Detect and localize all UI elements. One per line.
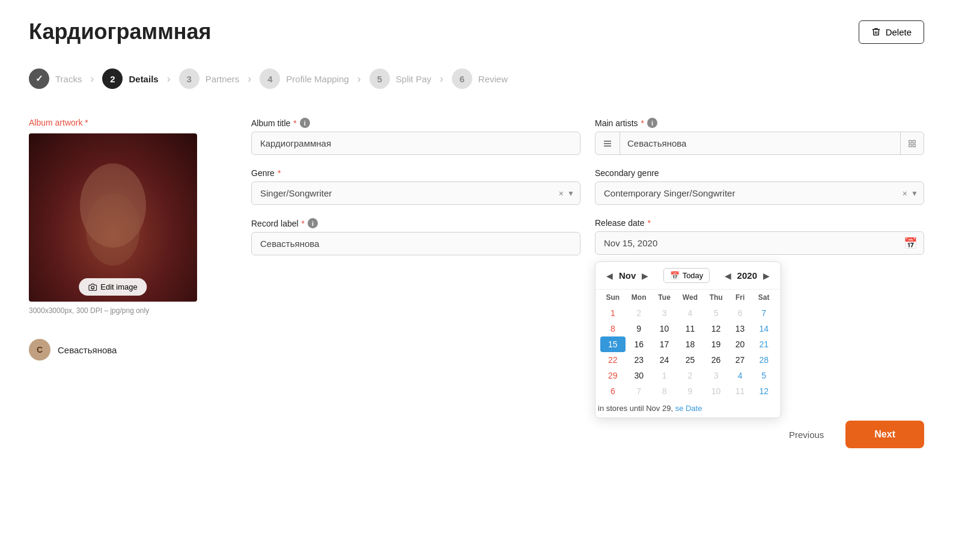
album-title-group: Album title * i [251,118,580,155]
record-label-label: Record label * i [251,218,580,228]
cal-day-5-2[interactable]: 8 [653,383,677,399]
record-label-info-icon[interactable]: i [308,218,318,228]
release-date-wrapper: 📅 ◀ Nov ▶ 📅 [595,231,924,255]
cal-day-1-4[interactable]: 12 [704,321,728,336]
step-tracks[interactable]: ✓ Tracks [29,68,82,89]
month-nav-group: ◀ Nov ▶ [603,269,652,282]
cal-day-2-5[interactable]: 20 [728,336,752,352]
step-split-pay[interactable]: 5 Split Pay [370,68,431,89]
step-arrow-3: › [248,73,251,85]
cal-day-5-5[interactable]: 11 [728,383,752,399]
cal-day-0-4[interactable]: 5 [704,305,728,321]
album-title-info-icon[interactable]: i [300,118,310,128]
cal-day-4-1[interactable]: 30 [626,368,653,383]
cal-day-1-3[interactable]: 11 [676,321,704,336]
main-artists-label: Main artists * i [595,118,924,128]
cal-day-3-5[interactable]: 27 [728,352,752,368]
page-header: Кардиограммная Delete [29,19,924,44]
genre-clear-icon[interactable]: × [559,189,564,198]
cal-day-2-0[interactable]: 15 [600,336,626,352]
cal-header-fri: Fri [728,290,752,305]
secondary-genre-select[interactable]: Contemporary Singer/Songwriter [595,181,924,205]
edit-image-button[interactable]: Edit image [79,278,147,296]
cal-day-1-6[interactable]: 14 [752,321,776,336]
cal-header-sat: Sat [752,290,776,305]
artwork-info: 3000x3000px, 300 DPI – jpg/png only [29,306,227,315]
prev-year-button[interactable]: ◀ [721,269,735,282]
cal-day-0-6[interactable]: 7 [752,305,776,321]
step-details[interactable]: 2 Details [102,68,158,89]
cal-day-1-0[interactable]: 8 [600,321,626,336]
cal-day-1-2[interactable]: 10 [653,321,677,336]
album-title-input[interactable] [251,132,580,155]
cal-day-3-2[interactable]: 24 [653,352,677,368]
date-input-wrapper: 📅 [595,231,924,255]
cal-day-3-1[interactable]: 23 [626,352,653,368]
cal-day-5-0[interactable]: 6 [600,383,626,399]
cal-day-5-3[interactable]: 9 [676,383,704,399]
step-review[interactable]: 6 Review [452,68,508,89]
store-date-link[interactable]: se Date [675,404,702,413]
cal-day-3-6[interactable]: 28 [752,352,776,368]
main-artists-info-icon[interactable]: i [647,118,657,128]
cal-header-thu: Thu [704,290,728,305]
cal-day-0-0[interactable]: 1 [600,305,626,321]
step-partners[interactable]: 3 Partners [179,68,240,89]
cal-day-4-6[interactable]: 5 [752,368,776,383]
artist-name: Севастьянова [58,345,117,355]
cal-day-4-4[interactable]: 3 [704,368,728,383]
cal-day-2-1[interactable]: 16 [626,336,653,352]
genre-select[interactable]: Singer/Songwriter [251,181,580,205]
artist-row: С Севастьянова [29,339,227,361]
cal-day-0-2[interactable]: 3 [653,305,677,321]
album-title-label: Album title * i [251,118,580,128]
calendar-icon[interactable]: 📅 [904,237,917,250]
cal-day-4-5[interactable]: 4 [728,368,752,383]
bottom-bar: Previous Next [29,409,924,448]
cal-day-5-4[interactable]: 10 [704,383,728,399]
release-date-input[interactable] [595,231,924,255]
previous-button[interactable]: Previous [777,424,836,446]
artist-input-right-icon[interactable] [900,132,924,154]
today-button[interactable]: 📅 Today [663,268,710,283]
prev-month-button[interactable]: ◀ [603,269,617,282]
cal-day-2-4[interactable]: 19 [704,336,728,352]
genre-group: Genre * Singer/Songwriter × ▼ [251,168,580,205]
next-month-button[interactable]: ▶ [638,269,652,282]
cal-day-3-3[interactable]: 25 [676,352,704,368]
cal-day-4-3[interactable]: 2 [676,368,704,383]
main-artists-input[interactable] [620,132,900,154]
cal-day-3-0[interactable]: 22 [600,352,626,368]
cal-day-0-3[interactable]: 4 [676,305,704,321]
release-date-label: Release date * [595,218,924,228]
store-info: in stores until Nov 29, se Date [595,404,781,413]
svg-rect-6 [909,140,912,142]
cal-day-4-2[interactable]: 1 [653,368,677,383]
secondary-genre-clear-icon[interactable]: × [903,189,907,198]
cal-day-4-0[interactable]: 29 [600,368,626,383]
cal-day-0-1[interactable]: 2 [626,305,653,321]
cal-day-3-4[interactable]: 26 [704,352,728,368]
delete-button[interactable]: Delete [859,20,924,44]
step-profile-mapping[interactable]: 4 Profile Mapping [260,68,349,89]
cal-day-1-1[interactable]: 9 [626,321,653,336]
cal-day-2-2[interactable]: 17 [653,336,677,352]
cal-day-1-5[interactable]: 13 [728,321,752,336]
next-button[interactable]: Next [845,421,924,448]
cal-day-0-5[interactable]: 6 [728,305,752,321]
cal-day-2-6[interactable]: 21 [752,336,776,352]
svg-point-2 [91,286,94,289]
next-year-button[interactable]: ▶ [760,269,773,282]
step-circle-tracks: ✓ [29,68,49,89]
step-circle-profile-mapping: 4 [260,68,280,89]
secondary-genre-group: Secondary genre Contemporary Singer/Song… [595,168,924,205]
artist-menu-icon[interactable] [595,132,620,154]
cal-day-5-6[interactable]: 12 [752,383,776,399]
cal-day-5-1[interactable]: 7 [626,383,653,399]
cal-day-2-3[interactable]: 18 [676,336,704,352]
record-label-input[interactable] [251,232,580,255]
camera-icon [88,283,97,291]
right-column: Album title * i Main artists * i [251,118,924,361]
calendar-month-label: Nov [619,270,636,281]
artwork-label: Album artwork * [29,118,227,127]
